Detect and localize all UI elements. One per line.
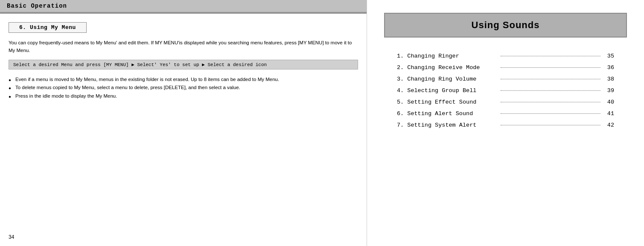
- toc-label: 4. Selecting Group Bell: [397, 87, 497, 94]
- instruction-bar: Select a desired Menu and press [MY MENU…: [9, 60, 358, 69]
- left-panel: Basic Operation 6. Using My Menu You can…: [0, 0, 367, 246]
- toc-item: 6. Setting Alert Sound41: [397, 108, 614, 119]
- toc-dots: [501, 90, 601, 91]
- toc-dots: [501, 102, 601, 102]
- toc-item: 3. Changing Ring Volume38: [397, 73, 614, 85]
- toc-dots: [501, 113, 601, 114]
- description-text: You can copy frequently-used means to My…: [9, 39, 358, 55]
- list-item: To delete menus copied to My Menu, selec…: [9, 84, 358, 92]
- toc-page: 42: [604, 122, 614, 128]
- toc-label: 1. Changing Ringer: [397, 53, 497, 59]
- toc-label: 6. Setting Alert Sound: [397, 110, 497, 117]
- toc-page: 41: [604, 110, 614, 117]
- toc-page: 36: [604, 64, 614, 71]
- toc-page: 40: [604, 99, 614, 105]
- toc-label: 5. Setting Effect Sound: [397, 99, 497, 105]
- toc-item: 4. Selecting Group Bell39: [397, 85, 614, 96]
- toc-label: 2. Changing Receive Mode: [397, 64, 497, 71]
- section-title: 6. Using My Menu: [9, 22, 87, 33]
- bullet-list: Even if a menu is moved to My Menu, menu…: [9, 75, 358, 101]
- list-item: Press in the idle mode to display the My…: [9, 92, 358, 101]
- toc-page: 38: [604, 76, 614, 82]
- right-panel: Using Sounds 1. Changing Ringer352. Chan…: [367, 0, 644, 246]
- toc-dots: [501, 67, 601, 68]
- toc-item: 5. Setting Effect Sound40: [397, 96, 614, 108]
- toc-label: 7. Setting System Alert: [397, 122, 497, 128]
- list-item: Even if a menu is moved to My Menu, menu…: [9, 75, 358, 84]
- toc-dots: [501, 56, 601, 56]
- using-sounds-title: Using Sounds: [472, 20, 540, 30]
- toc-item: 2. Changing Receive Mode36: [397, 62, 614, 73]
- toc-page: 35: [604, 53, 614, 59]
- toc-item: 1. Changing Ringer35: [397, 50, 614, 62]
- toc-label: 3. Changing Ring Volume: [397, 76, 497, 82]
- toc-item: 7. Setting System Alert42: [397, 119, 614, 131]
- toc-dots: [501, 79, 601, 79]
- using-sounds-box: Using Sounds: [384, 13, 627, 38]
- section-header: Basic Operation: [0, 0, 367, 13]
- toc-dots: [501, 125, 601, 125]
- page-number: 34: [9, 234, 14, 240]
- left-content: 6. Using My Menu You can copy frequently…: [0, 14, 367, 104]
- toc-list: 1. Changing Ringer352. Changing Receive …: [384, 50, 627, 131]
- toc-page: 39: [604, 87, 614, 94]
